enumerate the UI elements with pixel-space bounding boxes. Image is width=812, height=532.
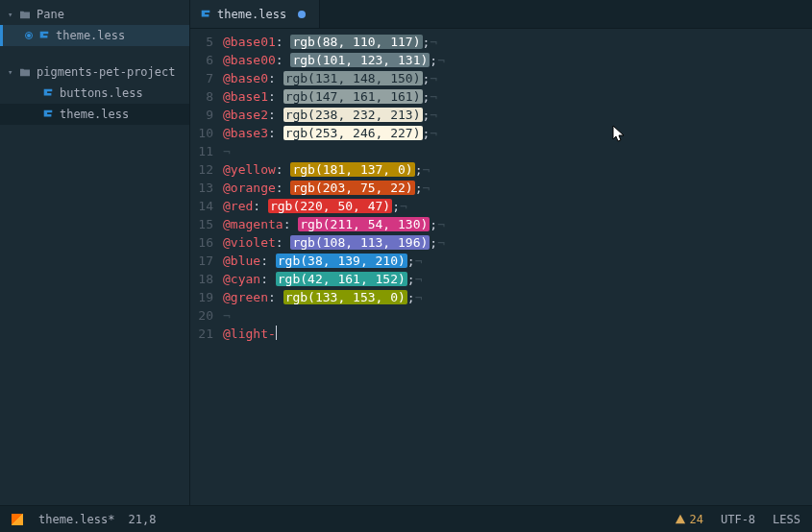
pane-file-name: theme.less xyxy=(56,29,125,42)
chevron-down-icon: ▾ xyxy=(8,67,15,77)
status-cursor-position[interactable]: 21,8 xyxy=(128,513,156,526)
status-grammar[interactable]: LESS xyxy=(773,513,800,526)
dirty-indicator-icon xyxy=(298,11,306,18)
less-file-icon xyxy=(38,30,50,41)
pigments-status-icon[interactable] xyxy=(12,514,23,525)
status-bar: theme.less* 21,8 24 UTF-8 LESS xyxy=(0,505,812,532)
text-editor[interactable]: 56789101112131415161718192021 @base01: r… xyxy=(190,29,812,505)
folder-icon xyxy=(19,10,31,19)
code-area[interactable]: @base01: rgb(88, 110, 117);¬@base00: rgb… xyxy=(223,33,812,505)
less-file-icon xyxy=(42,109,54,120)
project-name: pigments-pet-project xyxy=(37,65,176,79)
chevron-down-icon: ▾ xyxy=(8,10,15,19)
status-encoding[interactable]: UTF-8 xyxy=(721,513,755,526)
tab-title: theme.less xyxy=(217,8,286,21)
status-warnings[interactable]: 24 xyxy=(675,513,703,526)
file-name: buttons.less xyxy=(60,86,143,100)
less-file-icon xyxy=(42,87,54,99)
tree-project-header[interactable]: ▾ pigments-pet-project xyxy=(0,61,189,83)
tab-bar[interactable]: theme.less xyxy=(190,0,812,29)
warning-icon xyxy=(675,514,686,525)
line-number-gutter: 56789101112131415161718192021 xyxy=(190,33,223,505)
warning-count: 24 xyxy=(690,513,703,526)
file-name: theme.less xyxy=(60,108,129,121)
tree-file-buttons[interactable]: buttons.less xyxy=(0,83,189,104)
tree-pane-header[interactable]: ▾ Pane xyxy=(0,4,189,25)
less-file-icon xyxy=(200,9,211,20)
tree-file-theme[interactable]: theme.less xyxy=(0,104,189,125)
tree-pane-file[interactable]: theme.less xyxy=(0,25,189,46)
folder-icon xyxy=(19,67,31,77)
active-file-indicator xyxy=(25,32,33,39)
tree-view[interactable]: ▾ Pane theme.less ▾ pigments-pet-project… xyxy=(0,0,190,505)
tab-theme-less[interactable]: theme.less xyxy=(190,0,320,28)
pane-label: Pane xyxy=(37,8,64,21)
status-filename: theme.less* xyxy=(38,513,114,526)
